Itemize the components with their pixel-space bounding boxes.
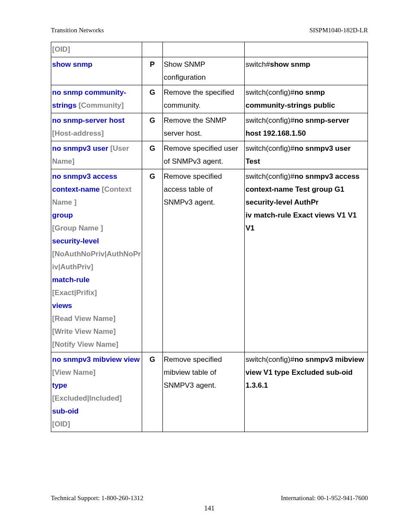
command-cell: no snmp community-strings [Community] bbox=[51, 85, 142, 113]
mode-cell: G bbox=[142, 85, 163, 113]
example-cell: switch(config)#no snmpv3 user Test bbox=[245, 141, 368, 169]
param-read-view: [Read View Name] bbox=[52, 314, 115, 323]
prompt: switch(config)# bbox=[246, 116, 294, 124]
table-row: no snmpv3 user [User Name] G Remove spec… bbox=[51, 141, 368, 169]
desc-cell: Show SNMP configuration bbox=[163, 57, 245, 85]
mode-cell: G bbox=[142, 141, 163, 169]
prompt: switch(config)# bbox=[246, 88, 294, 96]
kw-no-snmpv3-user: no snmpv3 user bbox=[52, 144, 110, 152]
example-cell: switch(config)#no snmp community-strings… bbox=[245, 85, 368, 113]
footer-right: International: 00-1-952-941-7600 bbox=[281, 495, 368, 502]
kw-sub-oid: sub-oid bbox=[52, 407, 78, 415]
header-left: Transition Networks bbox=[51, 27, 104, 34]
prompt: switch(config)# bbox=[246, 172, 294, 180]
example-cell: switch(config)#no snmpv3 access context-… bbox=[245, 169, 368, 352]
example-cmd-cont: iv match-rule Exact views V1 V1 V1 bbox=[246, 211, 357, 232]
mode-cell: G bbox=[142, 169, 163, 352]
prompt: switch# bbox=[246, 60, 270, 68]
param-group-name: [Group Name ] bbox=[52, 224, 103, 232]
mode-cell: G bbox=[142, 113, 163, 141]
param-view-type: [Excluded|Included] bbox=[52, 394, 122, 402]
prompt: switch(config)# bbox=[246, 144, 294, 152]
prompt: switch(config)# bbox=[246, 355, 294, 364]
table-row: no snmpv3 mibview view [View Name] type … bbox=[51, 352, 368, 432]
command-cell: no snmpv3 mibview view [View Name] type … bbox=[51, 352, 142, 432]
document-page: Transition Networks SISPM1040-182D-LR [O… bbox=[0, 0, 411, 532]
param-write-view: [Write View Name] bbox=[52, 327, 116, 336]
page-number: 141 bbox=[51, 504, 368, 512]
table-row: no snmpv3 access context-name [Context N… bbox=[51, 169, 368, 352]
example-cell: switch(config)#no snmpv3 mibview view V1… bbox=[245, 352, 368, 432]
desc-cell: Remove specified access table of SNMPv3 … bbox=[163, 169, 245, 352]
example-cell bbox=[245, 42, 368, 57]
table-row: no snmp-server host [Host-address] G Rem… bbox=[51, 113, 368, 141]
footer-row: Technical Support: 1-800-260-1312 Intern… bbox=[51, 495, 368, 502]
mode-cell: P bbox=[142, 57, 163, 85]
mode-cell bbox=[142, 42, 163, 57]
kw-type: type bbox=[52, 381, 67, 389]
example-cmd: show snmp bbox=[270, 60, 311, 68]
footer-left: Technical Support: 1-800-260-1312 bbox=[51, 495, 143, 502]
param-host-address: [Host-address] bbox=[52, 129, 104, 137]
kw-show-snmp: show snmp bbox=[52, 60, 93, 68]
header-right: SISPM1040-182D-LR bbox=[309, 27, 368, 34]
desc-cell: Remove specified user of SNMPv3 agent. bbox=[163, 141, 245, 169]
command-cell: show snmp bbox=[51, 57, 142, 85]
example-cell: switch(config)#no snmp-server host 192.1… bbox=[245, 113, 368, 141]
page-footer: Technical Support: 1-800-260-1312 Intern… bbox=[51, 495, 368, 512]
example-cell: switch#show snmp bbox=[245, 57, 368, 85]
command-cell: [OID] bbox=[51, 42, 142, 57]
param-oid: [OID] bbox=[52, 45, 70, 53]
command-cell: no snmpv3 access context-name [Context N… bbox=[51, 169, 142, 352]
table-row: show snmp P Show SNMP configuration swit… bbox=[51, 57, 368, 85]
command-cell: no snmpv3 user [User Name] bbox=[51, 141, 142, 169]
command-table: [OID] show snmp P Show SNMP configuratio… bbox=[51, 42, 368, 432]
mode-cell: G bbox=[142, 352, 163, 432]
table-row: [OID] bbox=[51, 42, 368, 57]
kw-no-snmp-server-host: no snmp-server host bbox=[52, 116, 125, 124]
desc-cell bbox=[163, 42, 245, 57]
param-view-name: [View Name] bbox=[52, 368, 96, 376]
kw-group: group bbox=[52, 211, 73, 219]
kw-security-level: security-level bbox=[52, 237, 99, 245]
kw-match-rule: match-rule bbox=[52, 276, 90, 284]
desc-cell: Remove specified mibview table of SNMPV3… bbox=[163, 352, 245, 432]
param-security-level: [NoAuthNoPriv|AuthNoPriv|AuthPriv] bbox=[52, 250, 141, 271]
table-row: no snmp community-strings [Community] G … bbox=[51, 85, 368, 113]
param-match-rule: [Exact|Prifix] bbox=[52, 289, 97, 297]
param-community: [Community] bbox=[78, 101, 124, 109]
kw-no-snmpv3-mibview-view: no snmpv3 mibview view bbox=[52, 355, 140, 364]
page-header: Transition Networks SISPM1040-182D-LR bbox=[51, 27, 368, 34]
param-oid: [OID] bbox=[52, 420, 70, 428]
desc-cell: Remove the specified community. bbox=[163, 85, 245, 113]
command-cell: no snmp-server host [Host-address] bbox=[51, 113, 142, 141]
param-notify-view: [Notify View Name] bbox=[52, 340, 118, 348]
kw-views: views bbox=[52, 302, 72, 310]
desc-cell: Remove the SNMP server host. bbox=[163, 113, 245, 141]
